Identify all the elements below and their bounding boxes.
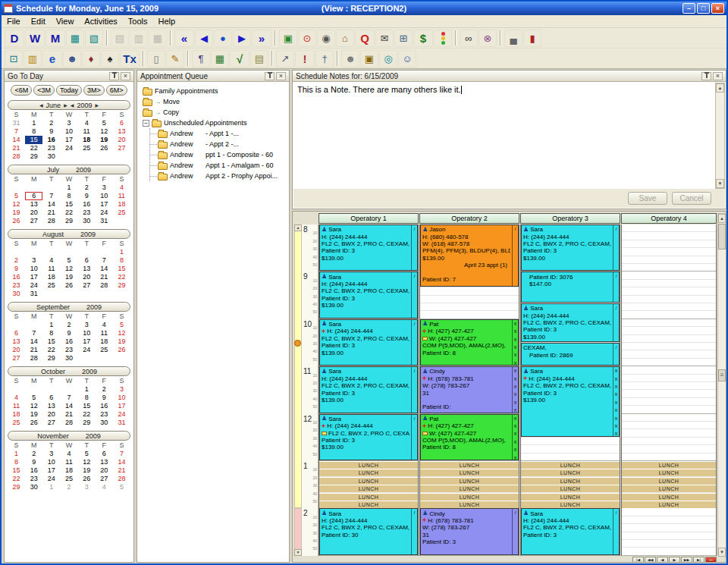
queue-item-unscheduled-appointments[interactable]: −Unscheduled Appointments: [139, 118, 287, 128]
calendar-day[interactable]: 31: [8, 119, 25, 127]
calendar-day[interactable]: 8: [42, 329, 60, 337]
lunch-block[interactable]: LUNCH: [319, 478, 418, 485]
calendar-day[interactable]: 3: [78, 321, 96, 329]
calendar-day[interactable]: 2: [60, 483, 77, 491]
calendar-day[interactable]: 23: [78, 209, 96, 217]
calendar-day[interactable]: 21: [96, 273, 113, 281]
calendar-day[interactable]: 6: [113, 119, 130, 127]
calendar-day[interactable]: 3: [60, 119, 77, 127]
appointment-block[interactable]: ♟Pat+H: (427) 427-427W: (427) 427-427COM…: [420, 319, 519, 366]
print-icon[interactable]: ▄: [504, 30, 522, 47]
calendar-day[interactable]: 30: [60, 354, 77, 363]
calendar-day[interactable]: 16: [60, 337, 77, 346]
calendar-day[interactable]: 10: [113, 394, 130, 402]
next-month-icon[interactable]: ▶: [64, 102, 67, 108]
office-manager-icon[interactable]: ⊡: [5, 50, 23, 67]
splitter-grip[interactable]: ≡: [718, 369, 726, 381]
calendar-day[interactable]: 22: [25, 144, 42, 152]
goto-6M-button[interactable]: <6M: [11, 85, 32, 96]
calendar-day[interactable]: 10: [60, 127, 77, 136]
calendar-day[interactable]: 9: [42, 127, 60, 136]
calendar-day[interactable]: 11: [113, 192, 130, 200]
calendar-day[interactable]: 20: [113, 136, 130, 144]
acquire-image-icon[interactable]: ▣: [279, 30, 297, 47]
calendar-day[interactable]: 1: [42, 321, 60, 329]
pinboard-day-icon[interactable]: ▦: [66, 30, 84, 47]
calendar-day[interactable]: 6: [42, 394, 60, 402]
calendar-day[interactable]: 31: [113, 419, 130, 427]
calendar-day[interactable]: 5: [78, 450, 96, 458]
tools-wrench-icon[interactable]: †: [315, 50, 334, 67]
calendar-day[interactable]: 11: [42, 265, 60, 273]
calendar-day[interactable]: 2: [8, 256, 25, 265]
calendar-day[interactable]: 22: [60, 209, 77, 217]
calendar-day[interactable]: 19: [60, 273, 77, 281]
help-book-icon[interactable]: ▮: [523, 30, 541, 47]
view-options-icon[interactable]: ∞: [460, 30, 478, 47]
time-scroll-up-button[interactable]: ▲: [294, 224, 302, 231]
minimize-button[interactable]: –: [682, 3, 695, 14]
calendar-day[interactable]: 8: [60, 192, 77, 200]
lunch-block[interactable]: LUNCH: [521, 494, 620, 501]
calendar-day[interactable]: 24: [113, 410, 130, 419]
calendar-day[interactable]: 29: [60, 217, 77, 225]
calendar-day[interactable]: 15: [78, 402, 96, 410]
treatment-planner-button[interactable]: Tx: [120, 50, 140, 67]
calendar-day[interactable]: 18: [96, 337, 113, 346]
goto-3M-button[interactable]: <3M: [33, 85, 55, 96]
goto-Today-button[interactable]: Today: [56, 85, 82, 96]
calendar-day[interactable]: 11: [96, 329, 113, 337]
calendar-day[interactable]: 7: [96, 256, 113, 265]
calendar-day[interactable]: 9: [8, 265, 25, 273]
billing-icon[interactable]: $: [413, 30, 433, 47]
calendar-day[interactable]: 10: [25, 265, 42, 273]
security-lock-icon[interactable]: ▣: [360, 50, 378, 67]
queue-unscheduled-appointment[interactable]: Andrewppt 1 - Composite - 60: [150, 149, 287, 160]
calendar-day[interactable]: 23: [42, 144, 60, 152]
calendar-day[interactable]: 19: [96, 136, 113, 144]
calendar-day[interactable]: 6: [96, 450, 113, 458]
calendar-day[interactable]: 13: [78, 265, 96, 273]
calendar-day[interactable]: 13: [113, 127, 130, 136]
calendar-day[interactable]: 19: [25, 410, 42, 419]
calendar-day[interactable]: 26: [113, 346, 130, 354]
appointment-block[interactable]: ♟SaraH: (244) 244-444FL2 C, BWX 2, PRO C…: [319, 224, 418, 271]
calendar-day[interactable]: 10: [78, 329, 96, 337]
quick-letters-icon[interactable]: Q: [355, 30, 375, 47]
calendar-day[interactable]: 26: [25, 419, 42, 427]
calendar-day[interactable]: 1: [25, 119, 42, 127]
calendar-day[interactable]: 12: [96, 127, 113, 136]
medications-icon[interactable]: !: [295, 50, 315, 67]
lunch-block[interactable]: LUNCH: [521, 462, 620, 469]
calendar-day[interactable]: 21: [42, 209, 60, 217]
calendar-day[interactable]: 9: [60, 329, 77, 337]
close-panel-button[interactable]: ×: [121, 72, 130, 80]
calendar-day[interactable]: 7: [60, 394, 77, 402]
menu-activities[interactable]: Activities: [79, 16, 122, 27]
calendar-day[interactable]: 11: [8, 402, 25, 410]
calendar-day[interactable]: 5: [113, 321, 130, 329]
calendar-day[interactable]: 17: [78, 337, 96, 346]
lunch-block[interactable]: LUNCH: [622, 494, 716, 501]
calendar-day[interactable]: 11: [78, 127, 96, 136]
lunch-block[interactable]: LUNCH: [622, 469, 716, 476]
notes-scrollbar[interactable]: ▲ ▼: [715, 83, 725, 189]
calendar-day[interactable]: 11: [60, 458, 77, 466]
patient-chart-icon[interactable]: ☻: [63, 50, 81, 67]
calendar-day[interactable]: 12: [113, 329, 130, 337]
calendar-day[interactable]: 13: [8, 337, 25, 346]
calendar-day[interactable]: 29: [78, 419, 96, 427]
calendar-day[interactable]: 7: [8, 127, 25, 136]
maximize-button[interactable]: □: [697, 3, 710, 14]
lunch-block[interactable]: LUNCH: [319, 501, 418, 508]
calendar-day[interactable]: 6: [78, 256, 96, 265]
scroll-up-icon[interactable]: ▲: [716, 83, 724, 93]
close-button[interactable]: ×: [711, 3, 724, 14]
calendar-day[interactable]: 14: [25, 337, 42, 346]
calendar-day[interactable]: 14: [113, 458, 130, 466]
calendar-day[interactable]: 29: [42, 354, 60, 363]
calendar-day[interactable]: 22: [42, 346, 60, 354]
calendar-day[interactable]: 25: [113, 209, 130, 217]
calendar-day[interactable]: 25: [78, 144, 96, 152]
calendar-day[interactable]: 25: [96, 346, 113, 354]
